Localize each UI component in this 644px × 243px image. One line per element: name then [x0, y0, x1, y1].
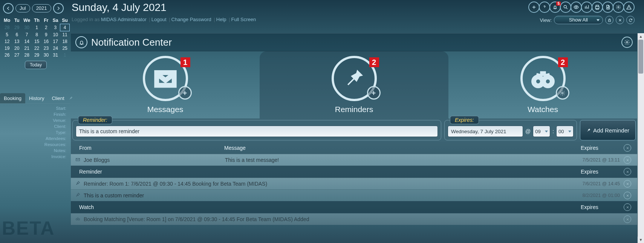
field-label: Finish: — [0, 111, 70, 117]
cal-day[interactable]: 29 — [32, 52, 41, 58]
add-message-icon[interactable] — [178, 86, 192, 100]
logout-link[interactable]: Logout — [151, 17, 167, 22]
add-reminder-button[interactable]: Add Reminder — [580, 120, 636, 140]
cal-day[interactable]: 25 — [60, 45, 70, 52]
cal-day[interactable]: 23 — [41, 45, 51, 52]
cal-day[interactable]: 17 — [51, 38, 60, 45]
delete-all-watches-icon[interactable] — [624, 203, 631, 211]
cal-day[interactable]: 1 — [60, 52, 70, 58]
full-screen-link[interactable]: Full Screen — [231, 17, 256, 22]
cal-day[interactable]: 28 — [21, 52, 32, 58]
month-select[interactable]: Jul — [15, 4, 30, 12]
field-label: Resources: — [0, 141, 70, 148]
document-icon[interactable] — [602, 2, 613, 13]
cal-day[interactable]: 14 — [21, 38, 32, 45]
close-view-icon[interactable] — [616, 16, 624, 24]
col-watch: Watch — [75, 204, 224, 210]
search-icon[interactable] — [560, 2, 571, 13]
tab-watches-label: Watches — [528, 105, 558, 114]
reminder-row[interactable]: This is a custom reminder8/2/2021 @ 01:0… — [71, 189, 637, 201]
prev-date-button[interactable] — [3, 3, 14, 14]
delete-row-icon[interactable] — [624, 180, 631, 188]
print-icon[interactable] — [592, 2, 603, 13]
delete-row-icon[interactable] — [624, 215, 631, 223]
field-label: Attendees: — [0, 135, 70, 141]
stats-icon[interactable] — [581, 2, 592, 13]
cal-day[interactable]: 16 — [41, 38, 51, 45]
dow-We: We — [21, 17, 32, 24]
cal-day[interactable]: 29 — [12, 24, 21, 31]
refresh-view-icon[interactable] — [626, 16, 635, 24]
cal-day[interactable]: 21 — [21, 45, 32, 52]
cal-day[interactable]: 30 — [21, 24, 32, 31]
help-icon[interactable] — [539, 2, 550, 13]
field-label: Start: — [0, 105, 70, 111]
notifications-icon[interactable]: 5 — [549, 2, 561, 13]
tab-messages[interactable]: 1 Messages — [71, 51, 260, 118]
add-icon[interactable] — [528, 2, 540, 13]
year-select[interactable]: 2021 — [32, 4, 51, 12]
envelope-icon: 1 — [143, 56, 188, 101]
tab-client[interactable]: Client — [48, 93, 68, 103]
cal-day[interactable]: 31 — [51, 52, 60, 58]
cal-day[interactable]: 12 — [2, 38, 12, 45]
delete-row-icon[interactable] — [624, 192, 631, 199]
view-select[interactable]: Show All — [554, 16, 603, 24]
cal-day[interactable]: 10 — [51, 31, 60, 38]
tab-history[interactable]: History — [25, 93, 48, 103]
cal-day[interactable]: 26 — [2, 52, 12, 58]
change-password-link[interactable]: Change Password — [171, 17, 211, 22]
lock-view-icon[interactable] — [605, 16, 613, 24]
svg-point-10 — [76, 218, 78, 220]
expires-date-input[interactable] — [448, 126, 523, 137]
cal-day[interactable]: 11 — [60, 31, 70, 38]
row-expires: 8/2/2021 @ 01:00 — [577, 193, 622, 198]
help-link[interactable]: Help — [216, 17, 226, 22]
cal-day[interactable]: 28 — [2, 24, 12, 31]
cal-day[interactable]: 22 — [32, 45, 41, 52]
watches-settings-icon[interactable] — [556, 86, 569, 100]
cal-day[interactable]: 18 — [60, 38, 70, 45]
cal-day[interactable]: 15 — [32, 38, 41, 45]
alert-icon[interactable] — [623, 2, 635, 13]
vertical-scrollbar[interactable]: ▲ ▼ — [638, 33, 644, 243]
cal-day[interactable]: 3 — [51, 24, 60, 31]
envelope-icon — [75, 157, 82, 163]
cal-day[interactable]: 4 — [60, 24, 70, 31]
cal-day[interactable]: 1 — [32, 24, 41, 31]
tab-booking[interactable]: Booking — [0, 93, 25, 103]
svg-point-11 — [78, 218, 80, 220]
messages-badge: 1 — [181, 57, 190, 67]
watch-row[interactable]: Booking Matching [Venue: Room 1] on 7/6/… — [71, 213, 637, 225]
cal-day[interactable]: 2 — [41, 24, 51, 31]
reminder-row[interactable]: Reminder: Room 1: 7/6/2021 @ 09:30 - 14:… — [71, 178, 637, 189]
svg-rect-3 — [608, 20, 610, 22]
message-row[interactable]: Joe BloggsThis is a test message!7/5/202… — [71, 154, 637, 166]
today-button[interactable]: Today — [25, 61, 47, 69]
pushpin-icon — [75, 192, 82, 198]
cal-day[interactable]: 30 — [41, 52, 51, 58]
cal-day[interactable]: 13 — [12, 38, 21, 45]
expires-minute-spinner[interactable]: 00 — [556, 126, 574, 137]
reminder-input[interactable] — [76, 126, 438, 137]
expires-hour-spinner[interactable]: 09 — [533, 126, 550, 137]
next-date-button[interactable] — [53, 3, 64, 14]
tab-reminders[interactable]: 2 Reminders — [260, 51, 448, 118]
delete-all-reminders-icon[interactable] — [624, 168, 631, 175]
settings-icon[interactable] — [613, 2, 624, 13]
delete-all-messages-icon[interactable] — [624, 144, 631, 152]
cal-day[interactable]: 6 — [12, 31, 21, 38]
eye-icon[interactable] — [571, 2, 582, 13]
add-reminder-icon[interactable] — [367, 86, 381, 100]
tab-watches[interactable]: 2 Watches — [448, 51, 637, 118]
cal-day[interactable]: 19 — [2, 45, 12, 52]
cal-day[interactable]: 20 — [12, 45, 21, 52]
cal-day[interactable]: 5 — [2, 31, 12, 38]
delete-row-icon[interactable] — [624, 156, 631, 164]
cal-day[interactable]: 27 — [12, 52, 21, 58]
cal-day[interactable]: 7 — [21, 31, 32, 38]
notification-settings-icon[interactable] — [621, 37, 633, 48]
cal-day[interactable]: 8 — [32, 31, 41, 38]
cal-day[interactable]: 24 — [51, 45, 60, 52]
cal-day[interactable]: 9 — [41, 31, 51, 38]
